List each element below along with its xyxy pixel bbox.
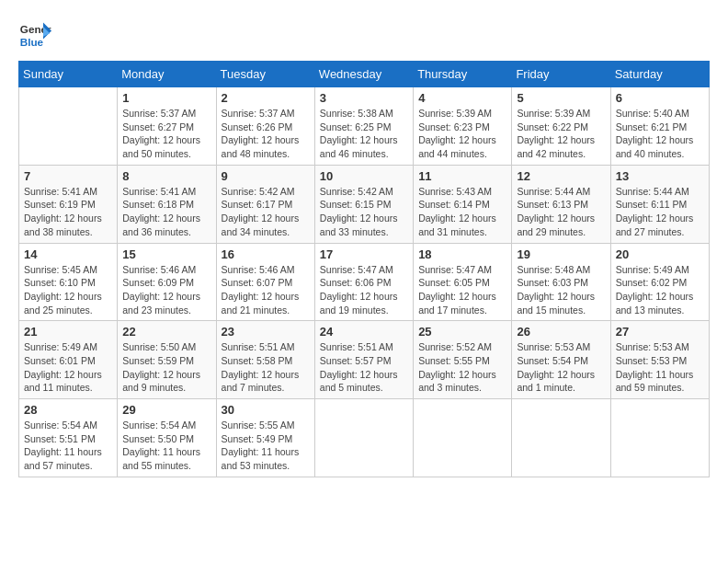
calendar-cell: 20Sunrise: 5:49 AM Sunset: 6:02 PM Dayli…	[610, 243, 709, 321]
day-info: Sunrise: 5:39 AM Sunset: 6:22 PM Dayligh…	[517, 107, 605, 161]
calendar-cell: 7Sunrise: 5:41 AM Sunset: 6:19 PM Daylig…	[19, 165, 118, 243]
logo: General Blue	[18, 18, 51, 52]
day-number: 23	[222, 325, 310, 339]
calendar-cell: 25Sunrise: 5:52 AM Sunset: 5:55 PM Dayli…	[414, 321, 512, 399]
calendar-cell	[512, 399, 610, 477]
day-number: 11	[418, 169, 506, 183]
calendar-week-row: 21Sunrise: 5:49 AM Sunset: 6:01 PM Dayli…	[19, 321, 710, 399]
day-number: 5	[517, 91, 605, 105]
day-header-monday: Monday	[118, 62, 216, 87]
calendar-cell: 18Sunrise: 5:47 AM Sunset: 6:05 PM Dayli…	[414, 243, 512, 321]
calendar-week-row: 28Sunrise: 5:54 AM Sunset: 5:51 PM Dayli…	[19, 399, 710, 477]
calendar-cell: 1Sunrise: 5:37 AM Sunset: 6:27 PM Daylig…	[118, 87, 216, 166]
day-number: 3	[320, 91, 408, 105]
day-number: 6	[616, 91, 704, 105]
day-info: Sunrise: 5:41 AM Sunset: 6:19 PM Dayligh…	[24, 185, 112, 239]
day-number: 4	[418, 91, 506, 105]
day-info: Sunrise: 5:37 AM Sunset: 6:27 PM Dayligh…	[122, 107, 210, 161]
calendar-cell: 27Sunrise: 5:53 AM Sunset: 5:53 PM Dayli…	[610, 321, 709, 399]
calendar-cell	[610, 399, 709, 477]
day-header-thursday: Thursday	[414, 62, 512, 87]
day-info: Sunrise: 5:51 AM Sunset: 5:58 PM Dayligh…	[222, 340, 310, 395]
day-number: 10	[320, 169, 408, 183]
day-number: 18	[418, 247, 506, 261]
day-info: Sunrise: 5:38 AM Sunset: 6:25 PM Dayligh…	[320, 107, 408, 161]
day-info: Sunrise: 5:46 AM Sunset: 6:09 PM Dayligh…	[122, 263, 210, 317]
day-number: 20	[616, 247, 704, 261]
calendar-cell: 13Sunrise: 5:44 AM Sunset: 6:11 PM Dayli…	[610, 165, 709, 243]
day-info: Sunrise: 5:49 AM Sunset: 6:01 PM Dayligh…	[24, 340, 112, 395]
calendar-cell: 11Sunrise: 5:43 AM Sunset: 6:14 PM Dayli…	[414, 165, 512, 243]
calendar-cell	[414, 399, 512, 477]
calendar-table: SundayMondayTuesdayWednesdayThursdayFrid…	[18, 61, 710, 477]
day-number: 30	[222, 403, 310, 417]
day-info: Sunrise: 5:48 AM Sunset: 6:03 PM Dayligh…	[517, 263, 605, 317]
day-info: Sunrise: 5:44 AM Sunset: 6:11 PM Dayligh…	[616, 185, 704, 239]
day-number: 25	[418, 325, 506, 339]
day-number: 17	[320, 247, 408, 261]
day-number: 8	[122, 169, 210, 183]
calendar-cell: 22Sunrise: 5:50 AM Sunset: 5:59 PM Dayli…	[118, 321, 216, 399]
calendar-cell: 23Sunrise: 5:51 AM Sunset: 5:58 PM Dayli…	[216, 321, 314, 399]
day-info: Sunrise: 5:42 AM Sunset: 6:17 PM Dayligh…	[222, 185, 310, 239]
calendar-cell: 8Sunrise: 5:41 AM Sunset: 6:18 PM Daylig…	[118, 165, 216, 243]
day-number: 19	[517, 247, 605, 261]
day-info: Sunrise: 5:44 AM Sunset: 6:13 PM Dayligh…	[517, 185, 605, 239]
day-number: 16	[222, 247, 310, 261]
day-number: 21	[24, 325, 112, 339]
day-info: Sunrise: 5:50 AM Sunset: 5:59 PM Dayligh…	[122, 340, 210, 395]
logo-icon: General Blue	[18, 18, 51, 52]
calendar-cell: 12Sunrise: 5:44 AM Sunset: 6:13 PM Dayli…	[512, 165, 610, 243]
calendar-cell: 5Sunrise: 5:39 AM Sunset: 6:22 PM Daylig…	[512, 87, 610, 166]
calendar-cell: 2Sunrise: 5:37 AM Sunset: 6:26 PM Daylig…	[216, 87, 314, 166]
calendar-cell: 4Sunrise: 5:39 AM Sunset: 6:23 PM Daylig…	[414, 87, 512, 166]
day-number: 7	[24, 169, 112, 183]
calendar-cell	[19, 87, 118, 166]
day-number: 24	[320, 325, 408, 339]
day-header-saturday: Saturday	[610, 62, 709, 87]
calendar-cell: 3Sunrise: 5:38 AM Sunset: 6:25 PM Daylig…	[314, 87, 413, 166]
day-header-friday: Friday	[512, 62, 610, 87]
day-info: Sunrise: 5:53 AM Sunset: 5:54 PM Dayligh…	[517, 340, 605, 395]
calendar-cell: 28Sunrise: 5:54 AM Sunset: 5:51 PM Dayli…	[19, 399, 118, 477]
day-number: 13	[616, 169, 704, 183]
day-header-tuesday: Tuesday	[216, 62, 314, 87]
calendar-week-row: 7Sunrise: 5:41 AM Sunset: 6:19 PM Daylig…	[19, 165, 710, 243]
calendar-cell: 15Sunrise: 5:46 AM Sunset: 6:09 PM Dayli…	[118, 243, 216, 321]
calendar-cell: 30Sunrise: 5:55 AM Sunset: 5:49 PM Dayli…	[216, 399, 314, 477]
day-info: Sunrise: 5:46 AM Sunset: 6:07 PM Dayligh…	[222, 263, 310, 317]
day-number: 26	[517, 325, 605, 339]
day-number: 14	[24, 247, 112, 261]
day-number: 15	[122, 247, 210, 261]
calendar-cell: 9Sunrise: 5:42 AM Sunset: 6:17 PM Daylig…	[216, 165, 314, 243]
day-info: Sunrise: 5:45 AM Sunset: 6:10 PM Dayligh…	[24, 263, 112, 317]
day-info: Sunrise: 5:53 AM Sunset: 5:53 PM Dayligh…	[616, 340, 704, 395]
day-number: 12	[517, 169, 605, 183]
calendar-header-row: SundayMondayTuesdayWednesdayThursdayFrid…	[19, 62, 710, 87]
calendar-cell: 21Sunrise: 5:49 AM Sunset: 6:01 PM Dayli…	[19, 321, 118, 399]
calendar-cell: 24Sunrise: 5:51 AM Sunset: 5:57 PM Dayli…	[314, 321, 413, 399]
day-info: Sunrise: 5:41 AM Sunset: 6:18 PM Dayligh…	[122, 185, 210, 239]
calendar-cell: 26Sunrise: 5:53 AM Sunset: 5:54 PM Dayli…	[512, 321, 610, 399]
day-info: Sunrise: 5:43 AM Sunset: 6:14 PM Dayligh…	[418, 185, 506, 239]
day-info: Sunrise: 5:54 AM Sunset: 5:51 PM Dayligh…	[24, 419, 112, 473]
day-header-wednesday: Wednesday	[314, 62, 413, 87]
day-info: Sunrise: 5:54 AM Sunset: 5:50 PM Dayligh…	[122, 419, 210, 473]
day-number: 27	[616, 325, 704, 339]
day-number: 22	[122, 325, 210, 339]
calendar-cell: 29Sunrise: 5:54 AM Sunset: 5:50 PM Dayli…	[118, 399, 216, 477]
svg-text:Blue: Blue	[20, 36, 44, 48]
calendar-cell: 17Sunrise: 5:47 AM Sunset: 6:06 PM Dayli…	[314, 243, 413, 321]
calendar-cell: 6Sunrise: 5:40 AM Sunset: 6:21 PM Daylig…	[610, 87, 709, 166]
calendar-cell	[314, 399, 413, 477]
day-info: Sunrise: 5:37 AM Sunset: 6:26 PM Dayligh…	[222, 107, 310, 161]
day-number: 29	[122, 403, 210, 417]
day-number: 1	[122, 91, 210, 105]
day-number: 28	[24, 403, 112, 417]
day-info: Sunrise: 5:47 AM Sunset: 6:06 PM Dayligh…	[320, 263, 408, 317]
calendar-cell: 19Sunrise: 5:48 AM Sunset: 6:03 PM Dayli…	[512, 243, 610, 321]
calendar-week-row: 1Sunrise: 5:37 AM Sunset: 6:27 PM Daylig…	[19, 87, 710, 166]
day-info: Sunrise: 5:49 AM Sunset: 6:02 PM Dayligh…	[616, 263, 704, 317]
day-info: Sunrise: 5:51 AM Sunset: 5:57 PM Dayligh…	[320, 340, 408, 395]
day-info: Sunrise: 5:52 AM Sunset: 5:55 PM Dayligh…	[418, 340, 506, 395]
